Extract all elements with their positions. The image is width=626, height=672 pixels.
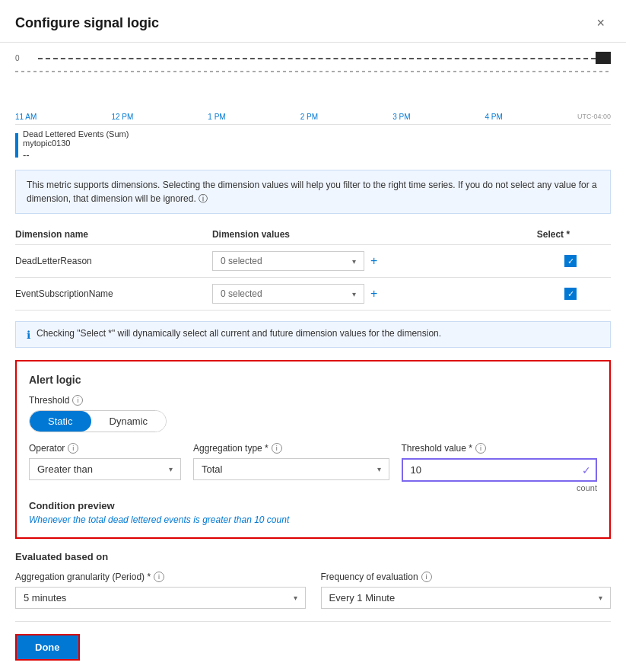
operator-info-icon[interactable]: i [68, 443, 78, 454]
dialog-title: Configure signal logic [15, 15, 159, 31]
dim-dropdown-eventsub: 0 selected ▾ + [212, 284, 531, 304]
condition-preview-label: Condition preview [29, 500, 597, 511]
dialog-header: Configure signal logic × [0, 0, 626, 43]
dim-add-eventsub[interactable]: + [370, 287, 377, 301]
select-star-info: ℹ Checking "Select *" will dynamically s… [15, 321, 611, 348]
info-text: This metric supports dimensions. Selecti… [27, 180, 597, 204]
condition-preview-text: Whenever the total dead lettered events … [29, 514, 597, 525]
aggregation-granularity-dropdown[interactable]: 5 minutes ▾ [15, 587, 306, 609]
configure-signal-logic-dialog: Configure signal logic × 0 11 AM 12 PM 1… [0, 0, 626, 672]
frequency-evaluation-dropdown[interactable]: Every 1 Minute ▾ [321, 587, 612, 609]
dim-name-deadletter: DeadLetterReason [15, 245, 212, 278]
count-label: count [402, 483, 598, 492]
dim-dropdown-deadletter: 0 selected ▾ + [212, 251, 531, 271]
legend-bar [15, 133, 18, 158]
threshold-info-icon[interactable]: i [72, 395, 83, 406]
dim-values-eventsub: 0 selected ▾ + [212, 278, 537, 311]
dim-values-deadletter: 0 selected ▾ + [212, 245, 537, 278]
chart-legend: Dead Lettered Events (Sum) mytopic0130 -… [15, 129, 611, 161]
time-label-12pm: 12 PM [111, 113, 133, 121]
dim-header-select: Select * [537, 225, 611, 245]
operator-value: Greater than [37, 463, 93, 475]
chart-top-axis: 0 [15, 50, 611, 65]
threshold-value-info-icon[interactable]: i [475, 443, 486, 454]
frequency-evaluation-label: Frequency of evaluation [321, 572, 418, 582]
chart-dashed-line [38, 58, 611, 59]
select-star-text: Checking "Select *" will dynamically sel… [37, 328, 441, 339]
alert-fields-row: Operator i Greater than ▾ Aggregation ty… [29, 443, 597, 492]
dim-header-values: Dimension values [212, 225, 537, 245]
threshold-label-row: Threshold i [29, 395, 597, 406]
operator-dropdown[interactable]: Greater than ▾ [29, 458, 181, 480]
legend-topic: mytopic0130 [23, 139, 129, 148]
frequency-evaluation-label-row: Frequency of evaluation i [321, 572, 612, 582]
aggregation-granularity-info-icon[interactable]: i [154, 572, 164, 582]
alert-logic-title: Alert logic [29, 374, 597, 386]
legend-value: -- [23, 149, 129, 161]
frequency-evaluation-info-icon[interactable]: i [421, 572, 432, 582]
close-button[interactable]: × [590, 12, 611, 34]
frequency-evaluation-value: Every 1 Minute [329, 592, 396, 604]
dim-add-deadletter[interactable]: + [370, 254, 377, 268]
operator-label: Operator [29, 443, 65, 454]
chart-time-axis: 11 AM 12 PM 1 PM 2 PM 3 PM 4 PM UTC-04:0… [15, 113, 611, 125]
dim-checkbox-deadletter[interactable]: ✓ [564, 255, 577, 267]
threshold-label: Threshold [29, 395, 69, 406]
time-label-2pm: 2 PM [300, 113, 318, 121]
info-icon: ℹ [27, 329, 30, 341]
threshold-value-input[interactable] [402, 458, 598, 482]
aggregation-type-field-group: Aggregation type * i Total ▾ [193, 443, 389, 480]
frequency-evaluation-chevron-icon: ▾ [599, 594, 602, 602]
done-button[interactable]: Done [15, 634, 80, 661]
aggregation-granularity-label: Aggregation granularity (Period) * [15, 572, 151, 582]
threshold-value-label-row: Threshold value * i [402, 443, 598, 454]
chevron-down-icon: ▾ [352, 257, 356, 266]
time-label-utc: UTC-04:00 [577, 113, 611, 121]
dim-dropdown-btn-deadletter[interactable]: 0 selected ▾ [212, 251, 364, 271]
time-label-3pm: 3 PM [392, 113, 410, 121]
dim-name-eventsub: EventSubscriptionName [15, 278, 212, 311]
toggle-static-button[interactable]: Static [30, 411, 91, 432]
chart-black-box [596, 52, 611, 64]
operator-chevron-icon: ▾ [169, 465, 173, 473]
dim-row-eventsub: EventSubscriptionName 0 selected ▾ + [15, 278, 611, 311]
threshold-toggle-group: Static Dynamic [29, 410, 167, 432]
chart-area: 0 11 AM 12 PM 1 PM 2 PM 3 PM 4 PM UTC-04… [15, 50, 611, 161]
aggregation-type-info-icon[interactable]: i [272, 443, 282, 454]
toggle-dynamic-button[interactable]: Dynamic [91, 411, 167, 432]
threshold-value-label: Threshold value * [402, 443, 472, 454]
dialog-body: 0 11 AM 12 PM 1 PM 2 PM 3 PM 4 PM UTC-04… [0, 43, 626, 672]
legend-name: Dead Lettered Events (Sum) [23, 129, 129, 139]
evaluated-section: Evaluated based on Aggregation granulari… [15, 551, 611, 609]
chart-zero-label: 0 [15, 54, 20, 62]
legend-item: Dead Lettered Events (Sum) mytopic0130 -… [15, 129, 611, 161]
legend-text: Dead Lettered Events (Sum) mytopic0130 -… [23, 129, 129, 161]
dim-dropdown-btn-eventsub[interactable]: 0 selected ▾ [212, 284, 364, 304]
chevron-down-icon-2: ▾ [352, 290, 356, 298]
dim-checkbox-eventsub-wrapper: ✓ [537, 288, 605, 300]
aggregation-type-dropdown[interactable]: Total ▾ [193, 458, 389, 480]
threshold-check-icon: ✓ [582, 464, 591, 476]
alert-logic-section: Alert logic Threshold i Static Dynamic O… [15, 360, 611, 539]
eval-fields-row: Aggregation granularity (Period) * i 5 m… [15, 572, 611, 609]
chart-svg [15, 67, 611, 113]
dim-dropdown-value-deadletter: 0 selected [221, 256, 262, 266]
dim-row-deadletter: DeadLetterReason 0 selected ▾ + [15, 245, 611, 278]
aggregation-granularity-value: 5 minutes [24, 592, 66, 604]
dimensions-section: Dimension name Dimension values Select *… [15, 225, 611, 311]
operator-field-group: Operator i Greater than ▾ [29, 443, 181, 480]
dim-checkbox-eventsub[interactable]: ✓ [564, 288, 577, 300]
dim-header-name: Dimension name [15, 225, 212, 245]
aggregation-granularity-group: Aggregation granularity (Period) * i 5 m… [15, 572, 306, 609]
dim-select-eventsub: ✓ [537, 278, 611, 311]
dim-select-deadletter: ✓ [537, 245, 611, 278]
threshold-value-wrapper: ✓ [402, 458, 598, 482]
evaluated-title: Evaluated based on [15, 551, 611, 562]
aggregation-type-chevron-icon: ▾ [377, 465, 381, 473]
threshold-value-field-group: Threshold value * i ✓ count [402, 443, 598, 492]
footer-divider [15, 621, 611, 622]
aggregation-granularity-label-row: Aggregation granularity (Period) * i [15, 572, 306, 582]
dimensions-table: Dimension name Dimension values Select *… [15, 225, 611, 311]
dim-checkbox-deadletter-wrapper: ✓ [537, 255, 605, 267]
time-label-11am: 11 AM [15, 113, 37, 121]
